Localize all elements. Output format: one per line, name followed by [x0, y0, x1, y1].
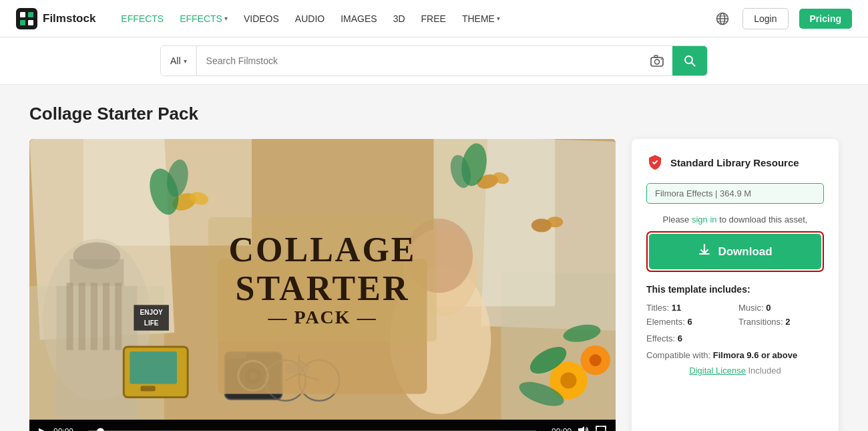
- collage-title-line1: COLLAGE: [228, 231, 416, 269]
- sign-in-link[interactable]: sign in: [692, 214, 717, 225]
- svg-rect-4: [28, 20, 33, 25]
- video-thumbnail: ENJOY LIFE COLLAGE STARTER — PACK —: [29, 139, 616, 420]
- download-button-wrapper: Download: [646, 231, 824, 272]
- template-stats: Titles: 11 Music: 0 Elements: 6 Transiti…: [646, 303, 824, 327]
- sign-in-notice: Please sign in to download this asset,: [646, 214, 824, 225]
- stat-elements: Elements: 6: [646, 317, 732, 327]
- file-size-label: | 364.9 M: [715, 188, 751, 198]
- svg-rect-3: [20, 20, 25, 25]
- svg-line-15: [692, 63, 695, 66]
- video-player: ENJOY LIFE COLLAGE STARTER — PACK — ▶ 00…: [29, 139, 616, 431]
- search-button[interactable]: [672, 46, 707, 76]
- camera-icon: [650, 54, 664, 67]
- logo[interactable]: Filmstock: [16, 8, 95, 29]
- volume-button[interactable]: [578, 426, 589, 431]
- svg-marker-72: [578, 426, 584, 431]
- nav-images[interactable]: IMAGES: [334, 9, 383, 28]
- camera-search-button[interactable]: [642, 46, 672, 76]
- main-nav: EFFECTS EFFECTS ▾ VIDEOS AUDIO IMAGES 3D…: [114, 9, 713, 28]
- stat-transitions: Transitions: 2: [738, 317, 824, 327]
- header-right: Login Pricing: [713, 8, 852, 29]
- nav-effects2[interactable]: EFFECTS ▾: [173, 9, 234, 28]
- resource-title: Standard Library Resource: [670, 157, 799, 168]
- effects-chevron-icon: ▾: [224, 15, 228, 22]
- search-input[interactable]: [197, 46, 642, 76]
- logo-icon: [16, 8, 37, 29]
- digital-license-link[interactable]: Digital License: [689, 366, 746, 376]
- nav-videos[interactable]: VIDEOS: [237, 9, 286, 28]
- play-button[interactable]: ▶: [39, 425, 47, 431]
- download-label: Download: [718, 245, 772, 259]
- logo-text: Filmstock: [43, 12, 95, 25]
- stat-music: Music: 0: [738, 303, 824, 313]
- nav-free[interactable]: FREE: [415, 9, 453, 28]
- digital-license: Digital License Included: [646, 366, 824, 376]
- svg-rect-73: [596, 426, 606, 431]
- login-button[interactable]: Login: [742, 8, 788, 29]
- fullscreen-icon: [596, 426, 606, 431]
- globe-icon: [716, 12, 729, 25]
- nav-audio[interactable]: AUDIO: [288, 9, 331, 28]
- video-text-overlay: COLLAGE STARTER — PACK —: [29, 139, 616, 420]
- template-includes-title: This template includes:: [646, 284, 824, 295]
- nav-3d[interactable]: 3D: [387, 9, 412, 28]
- video-controls: ▶ 00:00 00:00: [29, 420, 616, 431]
- download-arrow-icon: [698, 243, 711, 257]
- filmora-effects-label: Filmora Effects: [655, 188, 712, 198]
- fullscreen-button[interactable]: [596, 426, 606, 431]
- progress-indicator: [97, 428, 104, 431]
- nav-effects1[interactable]: EFFECTS: [114, 9, 170, 28]
- search-bar: All ▾: [160, 45, 708, 76]
- svg-rect-12: [654, 55, 658, 57]
- video-time-end: 00:00: [544, 427, 572, 432]
- shield-icon: [646, 154, 664, 171]
- svg-point-11: [655, 59, 660, 64]
- svg-rect-2: [28, 12, 33, 17]
- nav-theme[interactable]: THEME ▾: [455, 9, 507, 28]
- svg-rect-0: [16, 8, 37, 29]
- search-category-label: All: [170, 55, 181, 66]
- header: Filmstock EFFECTS EFFECTS ▾ VIDEOS AUDIO…: [0, 0, 868, 37]
- svg-point-13: [661, 59, 662, 60]
- stat-effects: Effects: 6: [646, 333, 824, 343]
- video-time-start: 00:00: [53, 427, 81, 432]
- category-chevron-icon: ▾: [184, 57, 187, 65]
- resource-header: Standard Library Resource: [646, 154, 824, 171]
- theme-chevron-icon: ▾: [497, 15, 500, 22]
- page-title: Collage Starter Pack: [29, 104, 839, 124]
- volume-icon: [578, 426, 589, 431]
- pricing-button[interactable]: Pricing: [799, 9, 852, 29]
- download-icon: [698, 243, 711, 260]
- sidebar-panel: Standard Library Resource Filmora Effect…: [632, 139, 839, 431]
- content-layout: ENJOY LIFE COLLAGE STARTER — PACK — ▶ 00…: [29, 139, 839, 431]
- download-button[interactable]: Download: [649, 234, 821, 269]
- collage-title-line2: STARTER: [228, 269, 416, 307]
- stat-titles: Titles: 11: [646, 303, 732, 313]
- language-button[interactable]: [713, 9, 732, 28]
- search-bar-wrapper: All ▾: [0, 37, 868, 85]
- search-icon: [683, 54, 696, 67]
- compatible-with: Compatible with: Filmora 9.6 or above: [646, 350, 824, 360]
- svg-rect-1: [20, 12, 25, 17]
- filmora-effects-pill: Filmora Effects | 364.9 M: [646, 183, 824, 204]
- collage-dash-line: — PACK —: [228, 307, 416, 328]
- main-content: Collage Starter Pack: [13, 85, 855, 431]
- search-category-dropdown[interactable]: All ▾: [161, 46, 197, 76]
